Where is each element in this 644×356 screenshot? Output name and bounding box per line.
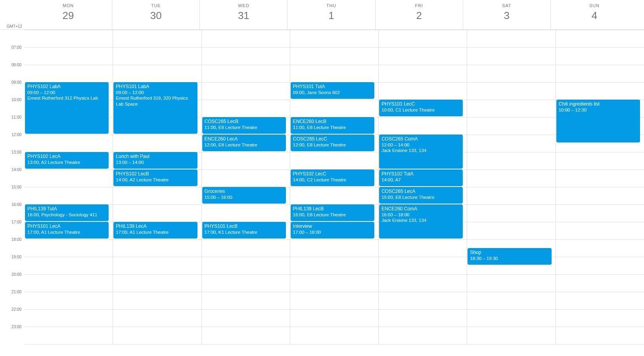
calendar-event[interactable]: COSC265 ComA12:00 – 14:00Jack Erskine 13… — [379, 135, 463, 169]
calendar-event[interactable]: ENCE260 ComA16:00 – 18:00Jack Erskine 13… — [379, 204, 463, 239]
day-column[interactable]: Chili ingredients list10:00 – 12:30 — [556, 30, 644, 344]
time-label: 18:00 — [12, 237, 21, 242]
event-title: Shop — [470, 250, 549, 256]
event-time: 15:00, E8 Lecture Theatre — [381, 194, 460, 200]
calendar-event[interactable]: PHIL139 LecB16:00, E8 Lecture Theatre — [291, 204, 374, 221]
event-time: 15:00 – 16:00 — [205, 194, 284, 200]
event-location: Ernest Rutherford 312 Physics Lab — [27, 95, 106, 101]
day-column[interactable]: PHYS102 LabA09:00 – 12:00Ernest Rutherfo… — [25, 30, 113, 344]
event-title: PHYS101 LabA — [116, 84, 195, 90]
calendar-event[interactable]: Chili ingredients list10:00 – 12:30 — [556, 100, 640, 142]
calendar-event[interactable]: PHYS102 LecC14:00, C2 Lecture Theatre — [291, 169, 374, 186]
calendar-event[interactable]: PHYS102 LecB14:00, A2 Lecture Theatre — [113, 169, 197, 186]
day-header[interactable]: WED31 — [199, 0, 287, 29]
timezone-corner: GMT+12 — [0, 0, 25, 29]
calendar-event[interactable]: COSC265 LecC12:00, E8 Lecture Theatre — [291, 135, 374, 151]
day-abbr: THU — [288, 3, 375, 8]
event-time: 12:00, E8 Lecture Theatre — [205, 142, 284, 148]
time-label: 11:00 — [12, 115, 21, 119]
calendar-event[interactable]: ENCE260 LecA12:00, E8 Lecture Theatre — [202, 135, 286, 151]
event-time: 12:00, E8 Lecture Theatre — [293, 142, 372, 148]
calendar-event[interactable]: PHYS101 TutA09:00, Jane Soons 602 — [291, 82, 374, 99]
day-column[interactable]: PHYS101 TutA09:00, Jane Soons 602ENCE260… — [290, 30, 378, 344]
calendar-week-view: GMT+12 MON29TUE30WED31THU1FRI2SAT3SUN4 0… — [0, 0, 644, 356]
day-column[interactable]: COSC265 LecB11:00, E8 Lecture TheatreENC… — [201, 30, 290, 344]
event-time: 14:00, A2 Lecture Theatre — [116, 177, 195, 183]
calendar-event[interactable]: PHIL139 TutA16:00, Psychology - Sociolog… — [25, 204, 109, 221]
day-number: 31 — [200, 10, 287, 22]
event-title: COSC265 LecC — [293, 136, 372, 142]
event-time: 17:00, A1 Lecture Theatre — [27, 229, 106, 235]
event-time: 17:00 – 18:00 — [293, 229, 372, 235]
calendar-event[interactable]: PHYS102 TutA14:00, A7 — [379, 169, 463, 186]
calendar-grid-scroll[interactable]: PHYS102 LabA09:00 – 12:00Ernest Rutherfo… — [25, 30, 644, 356]
event-title: Groceries — [205, 189, 284, 194]
time-label: 09:00 — [12, 80, 21, 85]
calendar-event[interactable]: COSC265 LecB11:00, E8 Lecture Theatre — [202, 117, 286, 134]
day-header[interactable]: SAT3 — [463, 0, 550, 29]
event-title: ENCE260 ComA — [381, 206, 460, 212]
event-title: PHYS101 LecB — [205, 223, 284, 229]
calendar-event[interactable]: PHYS102 LecA13:00, A2 Lecture Theatre — [25, 152, 109, 169]
event-title: PHYS102 TutA — [381, 171, 460, 177]
day-header[interactable]: SUN4 — [550, 0, 638, 29]
time-label: 23:00 — [12, 325, 21, 329]
event-location: Jack Erskine 133, 134 — [381, 148, 460, 153]
day-number: 3 — [463, 10, 550, 22]
calendar-event[interactable]: PHYS101 LecA17:00, A1 Lecture Theatre — [25, 222, 109, 239]
day-abbr: TUE — [112, 3, 199, 8]
day-headers: MON29TUE30WED31THU1FRI2SAT3SUN4 — [25, 0, 638, 29]
calendar-event[interactable]: PHYS101 LabA09:00 – 12:00Ernest Rutherfo… — [113, 82, 197, 134]
day-column[interactable]: PHYS101 LecC10:00, C1 Lecture TheatreCOS… — [378, 30, 467, 344]
day-header[interactable]: FRI2 — [375, 0, 463, 29]
event-title: PHYS101 TutA — [293, 84, 372, 90]
time-label: 15:00 — [12, 185, 21, 189]
event-time: 14:00, A7 — [381, 177, 460, 183]
event-title: PHYS101 LecA — [27, 223, 106, 229]
calendar-event[interactable]: PHYS101 LecC10:00, C1 Lecture Theatre — [379, 100, 463, 116]
day-number: 2 — [376, 10, 463, 22]
calendar-event[interactable]: PHYS102 LabA09:00 – 12:00Ernest Rutherfo… — [25, 82, 109, 134]
time-gutter: 07:0008:0009:0010:0011:0012:0013:0014:00… — [0, 30, 25, 344]
event-time: 17:00, K1 Lecture Theatre — [205, 229, 284, 235]
calendar-event[interactable]: Shop18:30 – 19:30 — [468, 248, 551, 265]
calendar-header: GMT+12 MON29TUE30WED31THU1FRI2SAT3SUN4 — [0, 0, 644, 30]
event-title: Lunch with Paul — [116, 154, 195, 160]
day-column[interactable]: PHYS101 LabA09:00 – 12:00Ernest Rutherfo… — [113, 30, 201, 344]
calendar-event[interactable]: PHIL139 LecA17:00, A1 Lecture Theatre — [113, 222, 197, 239]
day-abbr: MON — [25, 3, 112, 8]
day-header[interactable]: TUE30 — [112, 0, 199, 29]
day-column[interactable]: Shop18:30 – 19:30 — [467, 30, 555, 344]
day-abbr: FRI — [376, 3, 463, 8]
time-label: 08:00 — [12, 63, 21, 67]
calendar-event[interactable]: Groceries15:00 – 16:00 — [202, 187, 286, 204]
event-time: 09:00 – 12:00 — [116, 90, 195, 95]
event-title: PHIL139 TutA — [27, 206, 106, 212]
calendar-event[interactable]: PHYS101 LecB17:00, K1 Lecture Theatre — [202, 222, 286, 239]
event-title: COSC265 LecB — [205, 119, 284, 125]
day-number: 29 — [25, 10, 112, 22]
day-header[interactable]: MON29 — [25, 0, 112, 29]
calendar-event[interactable]: COSC265 LecA15:00, E8 Lecture Theatre — [379, 187, 463, 204]
calendar-event[interactable]: ENCE260 LecB11:00, E8 Lecture Theatre — [291, 117, 374, 134]
time-label: 13:00 — [12, 150, 21, 154]
calendar-grid: PHYS102 LabA09:00 – 12:00Ernest Rutherfo… — [25, 30, 644, 344]
calendar-event[interactable]: Lunch with Paul13:00 – 14:00 — [113, 152, 197, 169]
event-title: PHYS102 LecB — [116, 171, 195, 177]
day-abbr: WED — [200, 3, 287, 8]
calendar-event[interactable]: Interview17:00 – 18:00 — [291, 222, 374, 239]
event-time: 14:00, C2 Lecture Theatre — [293, 177, 372, 183]
day-number: 1 — [288, 10, 375, 22]
timezone-label: GMT+12 — [7, 24, 22, 29]
day-header[interactable]: THU1 — [287, 0, 375, 29]
hour-line — [25, 344, 644, 344]
calendar-body: 07:0008:0009:0010:0011:0012:0013:0014:00… — [0, 30, 644, 356]
day-number: 4 — [551, 10, 638, 22]
event-title: Chili ingredients list — [559, 101, 638, 107]
event-time: 10:00 – 12:30 — [559, 107, 638, 113]
event-time: 16:00, Psychology - Sociology 411 — [27, 212, 106, 217]
event-title: COSC265 LecA — [381, 189, 460, 194]
event-time: 16:00 – 18:00 — [381, 212, 460, 217]
event-time: 13:00 – 14:00 — [116, 160, 195, 165]
event-title: ENCE260 LecA — [205, 136, 284, 142]
